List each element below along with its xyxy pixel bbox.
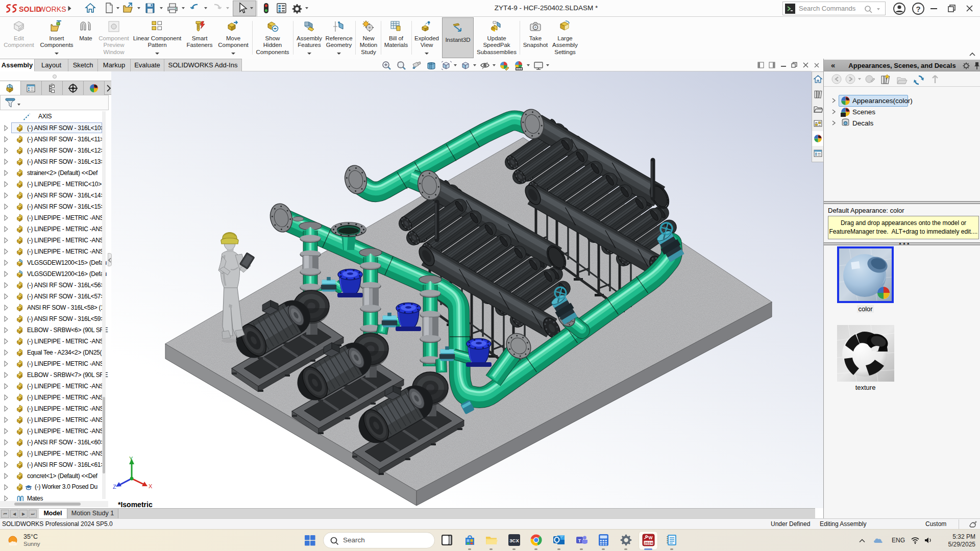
svg-text:WORKS: WORKS [39, 5, 66, 13]
svg-text:*Isometric: *Isometric [118, 500, 153, 508]
svg-text:T: T [578, 538, 581, 543]
svg-text:W: W [648, 535, 653, 540]
svg-text:Y: Y [129, 456, 133, 462]
svg-text:3CX: 3CX [509, 538, 519, 543]
svg-text:SOLID: SOLID [19, 5, 41, 13]
svg-text:?: ? [916, 5, 920, 13]
svg-text:Z: Z [113, 484, 116, 490]
svg-text:X: X [149, 483, 153, 489]
svg-text:2024: 2024 [644, 541, 653, 545]
svg-text:!: ! [493, 27, 494, 30]
